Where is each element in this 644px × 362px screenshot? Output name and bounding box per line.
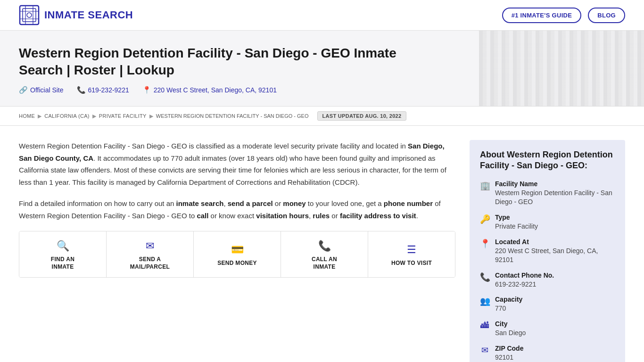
logo-icon bbox=[19, 5, 40, 25]
logo-text: INMATE SEARCH bbox=[44, 9, 133, 21]
call-inmate-icon: 📞 bbox=[318, 240, 331, 252]
sidebar-row-facility-name: 🏢 Facility Name Western Region Detention… bbox=[480, 180, 615, 207]
contact-phone-label: Contact Phone No. bbox=[495, 272, 554, 279]
header-nav: #1 INMATE'S GUIDE BLOG bbox=[502, 8, 625, 23]
link-icon: 🔗 bbox=[19, 86, 28, 94]
breadcrumb-sep-3: ▶ bbox=[149, 113, 153, 119]
sidebar-row-type: 🔑 Type Private Facility bbox=[480, 214, 615, 231]
breadcrumb-current: WESTERN REGION DETENTION FACILITY - SAN … bbox=[156, 113, 309, 119]
city-value: San Diego bbox=[495, 329, 526, 338]
facility-name-value: Western Region Detention Facility - San … bbox=[495, 189, 615, 207]
hero-section: Western Region Detention Facility - San … bbox=[0, 31, 644, 106]
zip-icon: ✉ bbox=[480, 345, 489, 355]
how-to-visit-label: HOW TO VISIT bbox=[391, 260, 432, 267]
sidebar-row-phone: 📞 Contact Phone No. 619-232-9221 bbox=[480, 272, 615, 289]
located-at-label: Located At bbox=[495, 238, 615, 246]
contact-phone-icon: 📞 bbox=[480, 272, 489, 282]
capacity-icon: 👥 bbox=[480, 296, 489, 306]
sidebar: About Western Region Detention Facility … bbox=[470, 140, 625, 362]
capacity-label: Capacity bbox=[495, 296, 522, 303]
call-inmate-label: CALL ANINMATE bbox=[312, 256, 337, 271]
sidebar-card-title: About Western Region Detention Facility … bbox=[480, 149, 615, 172]
breadcrumb-home[interactable]: HOME bbox=[19, 113, 35, 119]
inmates-guide-button[interactable]: #1 INMATE'S GUIDE bbox=[502, 8, 582, 23]
type-label: Type bbox=[495, 214, 538, 221]
bold-send-parcel: send a parcel bbox=[228, 199, 273, 207]
zip-value: 92101 bbox=[495, 353, 523, 362]
phone-link[interactable]: 📞 619-232-9221 bbox=[77, 86, 129, 94]
site-header: INMATE SEARCH #1 INMATE'S GUIDE BLOG bbox=[0, 0, 644, 31]
breadcrumb-sep-2: ▶ bbox=[92, 113, 96, 119]
zip-label: ZIP Code bbox=[495, 345, 523, 352]
send-mail-label: SEND AMAIL/PARCEL bbox=[130, 256, 170, 271]
located-at-value: 220 West C Street, San Diego, CA, 92101 bbox=[495, 247, 615, 265]
bold-call: call bbox=[197, 212, 208, 220]
breadcrumb-private-facility[interactable]: PRIVATE FACILITY bbox=[99, 113, 147, 119]
send-mail-action[interactable]: ✉ SEND AMAIL/PARCEL bbox=[107, 231, 194, 277]
sidebar-row-capacity: 👥 Capacity 770 bbox=[480, 296, 615, 313]
bold-inmate-search: inmate search bbox=[176, 199, 224, 207]
hero-meta: 🔗 Official Site 📞 619-232-9221 📍 220 Wes… bbox=[19, 86, 625, 94]
city-icon: 🏙 bbox=[480, 321, 489, 330]
body-paragraph-1: Western Region Detention Facility - San … bbox=[19, 140, 455, 188]
contact-phone-value: 619-232-9221 bbox=[495, 280, 554, 289]
send-money-label: SEND MONEY bbox=[217, 260, 257, 267]
sidebar-row-zip: ✉ ZIP Code 92101 bbox=[480, 345, 615, 362]
page-title: Western Region Detention Facility - San … bbox=[19, 45, 420, 79]
logo-link[interactable]: INMATE SEARCH bbox=[19, 5, 133, 25]
bold-facility-address: facility address to visit bbox=[340, 212, 416, 220]
sidebar-row-located-at: 📍 Located At 220 West C Street, San Dieg… bbox=[480, 238, 615, 265]
capacity-value: 770 bbox=[495, 304, 522, 313]
phone-icon: 📞 bbox=[77, 86, 86, 94]
bold-rules: rules bbox=[313, 212, 330, 220]
body-paragraph-2: Find a detailed information on how to ca… bbox=[19, 197, 455, 222]
bold-phone-number: phone number bbox=[384, 199, 433, 207]
hero-bg-decoration bbox=[479, 31, 644, 106]
facility-name-icon: 🏢 bbox=[480, 181, 489, 191]
type-icon: 🔑 bbox=[480, 214, 489, 224]
find-inmate-icon: 🔍 bbox=[57, 240, 69, 252]
find-inmate-action[interactable]: 🔍 FIND ANINMATE bbox=[19, 231, 107, 277]
how-to-visit-icon: ☰ bbox=[407, 244, 416, 256]
svg-rect-1 bbox=[23, 8, 36, 22]
type-value: Private Facility bbox=[495, 222, 538, 231]
action-row: 🔍 FIND ANINMATE ✉ SEND AMAIL/PARCEL 💳 SE… bbox=[19, 231, 455, 278]
content-left: Western Region Detention Facility - San … bbox=[19, 140, 455, 362]
official-site-label: Official Site bbox=[30, 86, 64, 94]
call-inmate-action[interactable]: 📞 CALL ANINMATE bbox=[281, 231, 368, 277]
svg-point-6 bbox=[27, 13, 32, 17]
hero-address: 220 West C Street, San Diego, CA, 92101 bbox=[154, 86, 277, 94]
last-updated-badge: LAST UPDATED AUG. 10, 2022 bbox=[317, 111, 407, 121]
send-mail-icon: ✉ bbox=[146, 240, 154, 252]
city-label: City bbox=[495, 320, 526, 328]
breadcrumb-california[interactable]: CALIFORNIA (CA) bbox=[44, 113, 90, 119]
bold-visitation-hours: visitation hours bbox=[256, 212, 309, 220]
located-at-icon: 📍 bbox=[480, 239, 489, 249]
breadcrumb: HOME ▶ CALIFORNIA (CA) ▶ PRIVATE FACILIT… bbox=[0, 106, 644, 126]
send-money-icon: 💳 bbox=[231, 244, 244, 256]
sidebar-card: About Western Region Detention Facility … bbox=[470, 140, 625, 362]
hero-phone: 619-232-9221 bbox=[88, 86, 129, 94]
breadcrumb-sep-1: ▶ bbox=[38, 113, 41, 119]
facility-name-label: Facility Name bbox=[495, 180, 615, 188]
address-display: 📍 220 West C Street, San Diego, CA, 9210… bbox=[142, 86, 277, 94]
sidebar-row-city: 🏙 City San Diego bbox=[480, 320, 615, 338]
official-site-link[interactable]: 🔗 Official Site bbox=[19, 86, 64, 94]
location-icon: 📍 bbox=[142, 86, 151, 94]
blog-button[interactable]: BLOG bbox=[588, 8, 625, 23]
send-money-action[interactable]: 💳 SEND MONEY bbox=[194, 231, 281, 277]
find-inmate-label: FIND ANINMATE bbox=[51, 256, 74, 271]
how-to-visit-action[interactable]: ☰ HOW TO VISIT bbox=[368, 231, 455, 277]
bold-money: money bbox=[283, 199, 305, 207]
main-content: Western Region Detention Facility - San … bbox=[0, 126, 644, 362]
